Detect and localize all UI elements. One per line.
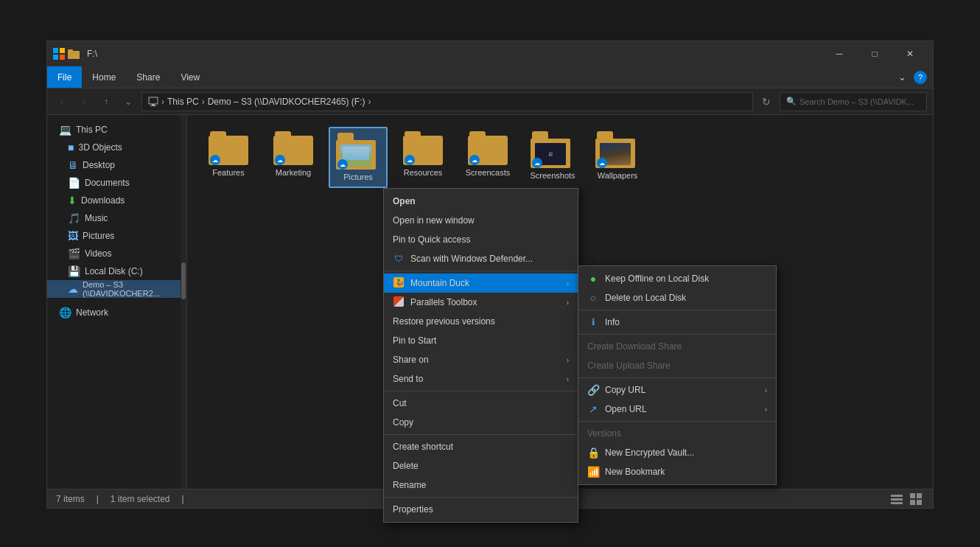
ctx-copy-url[interactable]: 🔗 Copy URL › [578, 380, 776, 400]
file-label-marketing: Marketing [276, 168, 311, 178]
sidebar-item-videos[interactable]: 🎬 Videos [47, 245, 186, 262]
ctx-delete-local[interactable]: ○ Delete on Local Disk [578, 288, 776, 307]
details-view-button[interactable] [889, 491, 905, 507]
ctx-create-shortcut[interactable]: Create shortcut [384, 437, 578, 456]
path-drive: Demo – S3 (\\DAVIDKOCHER2465) (F:) [208, 97, 365, 107]
sidebar-item-network[interactable]: 🌐 Network [47, 304, 186, 321]
ctx-open-new-window[interactable]: Open in new window [384, 211, 578, 230]
sidebar-item-documents[interactable]: 📄 Documents [47, 174, 186, 192]
folder-icon-pictures: ☁ [336, 133, 380, 170]
search-box[interactable]: 🔍 Search Demo – S3 (\\DAVIDK... [780, 92, 927, 111]
ctx-pin-start[interactable]: Pin to Start [384, 331, 578, 350]
ctx-new-bookmark[interactable]: 📶 New Bookmark [578, 462, 776, 481]
back-button[interactable]: ‹ [53, 93, 71, 111]
file-item-screencasts[interactable]: ☁ Screencasts [458, 127, 517, 188]
ctx-parallels-toolbox[interactable]: Parallels Toolbox › [384, 293, 578, 312]
md-sep-2 [578, 334, 776, 335]
up-button[interactable]: ↑ [97, 93, 115, 111]
sidebar-item-desktop[interactable]: 🖥 Desktop [47, 156, 186, 174]
sidebar-label-network: Network [76, 307, 108, 318]
ctx-delete-label: Delete [393, 461, 569, 471]
svg-rect-3 [60, 55, 65, 60]
recent-locations-button[interactable]: ⌄ [119, 93, 137, 111]
file-item-marketing[interactable]: ☁ Marketing [264, 127, 323, 188]
ctx-scan-defender[interactable]: 🛡 Scan with Windows Defender... [384, 249, 578, 268]
maximize-button[interactable]: □ [858, 41, 892, 66]
folder-icon-screenshots: 🖥 ☁ [531, 131, 575, 168]
ctx-cut[interactable]: Cut [384, 394, 578, 413]
ctx-sep-1 [384, 271, 578, 271]
ctx-new-vault[interactable]: 🔒 New Encrypted Vault... [578, 443, 776, 462]
address-path[interactable]: › This PC › Demo – S3 (\\DAVIDKOCHER2465… [141, 92, 753, 111]
ctx-keep-offline[interactable]: ● Keep Offline on Local Disk [578, 269, 776, 288]
item-count: 7 items [56, 494, 85, 504]
ctx-sep-3 [384, 434, 578, 435]
file-item-wallpapers[interactable]: ☁ Wallpapers [588, 127, 647, 188]
ribbon-tab-home[interactable]: Home [82, 66, 126, 88]
sidebar-item-music[interactable]: 🎵 Music [47, 209, 186, 227]
sidebar-label-music: Music [85, 213, 108, 223]
ctx-open[interactable]: Open [384, 192, 578, 211]
sidebar-label-desktop: Desktop [83, 160, 115, 170]
sidebar-label-pictures: Pictures [83, 231, 114, 241]
file-item-screenshots[interactable]: 🖥 ☁ Screenshots [523, 127, 582, 188]
ctx-versions-label: Versions [587, 428, 767, 439]
sidebar-item-downloads[interactable]: ⬇ Downloads [47, 192, 186, 209]
ctx-parallels-label: Parallels Toolbox [410, 297, 561, 307]
ctx-cut-label: Cut [393, 398, 569, 408]
ctx-properties[interactable]: Properties [384, 500, 578, 519]
sidebar-scrollbar[interactable] [181, 115, 186, 489]
demo-drive-icon: ☁ [68, 283, 78, 295]
ctx-rename-label: Rename [393, 480, 569, 490]
ctx-pin-quick-access[interactable]: Pin to Quick access [384, 230, 578, 249]
ctx-send-to-label: Send to [393, 374, 561, 384]
keep-offline-icon: ● [587, 273, 599, 285]
ctx-send-to[interactable]: Send to › [384, 369, 578, 389]
ctx-copy[interactable]: Copy [384, 413, 578, 432]
svg-rect-5 [68, 49, 73, 52]
ctx-share-on[interactable]: Share on › [384, 350, 578, 369]
sidebar-item-pictures[interactable]: 🖼 Pictures [47, 227, 186, 245]
close-button[interactable]: ✕ [893, 41, 927, 66]
sidebar-scrollbar-thumb[interactable] [181, 262, 186, 299]
open-url-icon: ↗ [587, 403, 599, 415]
ctx-info[interactable]: ℹ Info [578, 313, 776, 332]
file-item-pictures[interactable]: ☁ Pictures [329, 127, 388, 188]
desktop-icon: 🖥 [68, 159, 78, 171]
folder-icon-resources: ☁ [403, 131, 443, 165]
ribbon-tab-share[interactable]: Share [126, 66, 170, 88]
ctx-mountain-duck[interactable]: 🦆 Mountain Duck › [384, 274, 578, 293]
ctx-open-url[interactable]: ↗ Open URL › [578, 400, 776, 419]
ribbon-right: ⌄ ? [893, 66, 933, 88]
folder-icon-wallpapers: ☁ [595, 131, 640, 168]
ribbon-tab-view[interactable]: View [170, 66, 210, 88]
address-bar: ‹ › ↑ ⌄ › This PC › Demo – S3 (\\DAVIDKO… [47, 88, 933, 115]
sidebar-label-3dobjects: 3D Objects [78, 142, 122, 153]
ctx-restore-versions[interactable]: Restore previous versions [384, 312, 578, 331]
ctx-new-bookmark-label: New Bookmark [605, 467, 767, 477]
ribbon-help[interactable]: ? [914, 71, 927, 84]
file-label-features: Features [212, 168, 244, 178]
ribbon-tab-file[interactable]: File [47, 66, 82, 88]
large-icons-view-button[interactable] [908, 491, 924, 507]
refresh-button[interactable]: ↻ [757, 93, 775, 111]
ribbon-chevron-down[interactable]: ⌄ [893, 69, 911, 86]
minimize-button[interactable]: ─ [822, 41, 856, 66]
sidebar-item-demo-drive[interactable]: ☁ Demo – S3 (\\DAVIDKOCHER2... [47, 280, 186, 298]
details-view-icon [891, 493, 903, 505]
file-item-resources[interactable]: ☁ Resources [393, 127, 452, 188]
ctx-create-upload-share: Create Upload Share [578, 356, 776, 375]
ctx-copy-url-label: Copy URL [605, 385, 759, 395]
svg-rect-7 [152, 104, 155, 105]
file-item-features[interactable]: ☁ Features [199, 127, 258, 188]
ctx-delete[interactable]: Delete [384, 456, 578, 475]
title-controls: ─ □ ✕ [822, 41, 927, 66]
forward-button[interactable]: › [75, 93, 93, 111]
cloud-badge-wallpapers: ☁ [597, 158, 607, 168]
sidebar-item-localdisk[interactable]: 💾 Local Disk (C:) [47, 262, 186, 280]
sidebar-item-thispc[interactable]: 💻 This PC [47, 121, 186, 139]
sidebar-item-3dobjects[interactable]: ■ 3D Objects [47, 139, 186, 156]
ctx-rename[interactable]: Rename [384, 475, 578, 495]
documents-icon: 📄 [68, 177, 80, 189]
thispc-icon: 💻 [59, 124, 71, 136]
